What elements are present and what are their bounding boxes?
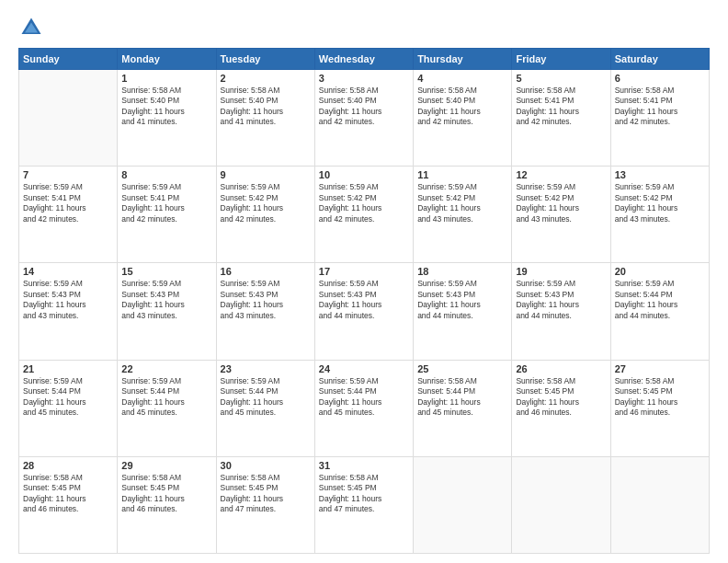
day-number: 17 [319, 266, 409, 277]
cell-info: Sunrise: 5:59 AM Sunset: 5:42 PM Dayligh… [615, 182, 705, 224]
cell-info: Sunrise: 5:59 AM Sunset: 5:41 PM Dayligh… [23, 182, 113, 224]
day-number: 15 [121, 266, 211, 277]
calendar-cell: 17Sunrise: 5:59 AM Sunset: 5:43 PM Dayli… [314, 263, 413, 360]
calendar-cell: 9Sunrise: 5:59 AM Sunset: 5:42 PM Daylig… [216, 167, 314, 263]
page: SundayMondayTuesdayWednesdayThursdayFrid… [0, 0, 728, 563]
day-number: 18 [417, 266, 507, 277]
weekday-header-saturday: Saturday [610, 49, 709, 70]
cell-info: Sunrise: 5:58 AM Sunset: 5:45 PM Dayligh… [615, 376, 705, 419]
calendar-cell [19, 70, 118, 167]
calendar-cell: 31Sunrise: 5:58 AM Sunset: 5:45 PM Dayli… [314, 456, 413, 553]
cell-info: Sunrise: 5:59 AM Sunset: 5:44 PM Dayligh… [23, 376, 113, 419]
cell-info: Sunrise: 5:59 AM Sunset: 5:41 PM Dayligh… [121, 182, 211, 224]
day-number: 19 [516, 266, 606, 277]
calendar-week-row: 7Sunrise: 5:59 AM Sunset: 5:41 PM Daylig… [19, 167, 710, 263]
day-number: 25 [417, 363, 507, 374]
calendar-cell: 14Sunrise: 5:59 AM Sunset: 5:43 PM Dayli… [19, 263, 118, 360]
cell-info: Sunrise: 5:58 AM Sunset: 5:40 PM Dayligh… [417, 86, 507, 128]
cell-info: Sunrise: 5:59 AM Sunset: 5:43 PM Dayligh… [417, 279, 507, 321]
day-number: 7 [23, 169, 113, 180]
weekday-header-monday: Monday [118, 49, 216, 70]
calendar-cell: 6Sunrise: 5:58 AM Sunset: 5:41 PM Daylig… [610, 70, 709, 167]
day-number: 21 [23, 363, 113, 374]
day-number: 27 [615, 363, 705, 374]
calendar-cell: 23Sunrise: 5:59 AM Sunset: 5:44 PM Dayli… [216, 360, 314, 456]
calendar-cell: 12Sunrise: 5:59 AM Sunset: 5:42 PM Dayli… [512, 167, 610, 263]
calendar-cell: 19Sunrise: 5:59 AM Sunset: 5:43 PM Dayli… [512, 263, 610, 360]
cell-info: Sunrise: 5:58 AM Sunset: 5:40 PM Dayligh… [121, 86, 211, 128]
calendar-cell: 25Sunrise: 5:58 AM Sunset: 5:44 PM Dayli… [414, 360, 512, 456]
calendar-week-row: 14Sunrise: 5:59 AM Sunset: 5:43 PM Dayli… [19, 263, 710, 360]
weekday-header-friday: Friday [512, 49, 610, 70]
cell-info: Sunrise: 5:59 AM Sunset: 5:43 PM Dayligh… [221, 279, 311, 321]
calendar-cell: 3Sunrise: 5:58 AM Sunset: 5:40 PM Daylig… [314, 70, 413, 167]
cell-info: Sunrise: 5:59 AM Sunset: 5:42 PM Dayligh… [319, 182, 409, 224]
calendar-cell: 10Sunrise: 5:59 AM Sunset: 5:42 PM Dayli… [314, 167, 413, 263]
cell-info: Sunrise: 5:58 AM Sunset: 5:40 PM Dayligh… [221, 86, 311, 128]
calendar-cell: 29Sunrise: 5:58 AM Sunset: 5:45 PM Dayli… [118, 456, 216, 553]
calendar-cell: 27Sunrise: 5:58 AM Sunset: 5:45 PM Dayli… [610, 360, 709, 456]
cell-info: Sunrise: 5:58 AM Sunset: 5:45 PM Dayligh… [221, 473, 311, 515]
cell-info: Sunrise: 5:58 AM Sunset: 5:40 PM Dayligh… [319, 86, 409, 128]
calendar-cell: 22Sunrise: 5:59 AM Sunset: 5:44 PM Dayli… [118, 360, 216, 456]
day-number: 16 [221, 266, 311, 277]
day-number: 28 [23, 460, 113, 471]
calendar-cell: 18Sunrise: 5:59 AM Sunset: 5:43 PM Dayli… [414, 263, 512, 360]
day-number: 26 [516, 363, 606, 374]
cell-info: Sunrise: 5:59 AM Sunset: 5:43 PM Dayligh… [23, 279, 113, 321]
weekday-header-tuesday: Tuesday [216, 49, 314, 70]
calendar-table: SundayMondayTuesdayWednesdayThursdayFrid… [18, 48, 710, 554]
day-number: 20 [615, 266, 705, 277]
cell-info: Sunrise: 5:59 AM Sunset: 5:43 PM Dayligh… [516, 279, 606, 321]
day-number: 14 [23, 266, 113, 277]
day-number: 13 [615, 169, 705, 180]
weekday-header-sunday: Sunday [19, 49, 118, 70]
cell-info: Sunrise: 5:59 AM Sunset: 5:44 PM Dayligh… [121, 376, 211, 419]
cell-info: Sunrise: 5:59 AM Sunset: 5:42 PM Dayligh… [221, 182, 311, 224]
calendar-week-row: 28Sunrise: 5:58 AM Sunset: 5:45 PM Dayli… [19, 456, 710, 553]
cell-info: Sunrise: 5:58 AM Sunset: 5:41 PM Dayligh… [615, 86, 705, 128]
weekday-header-row: SundayMondayTuesdayWednesdayThursdayFrid… [19, 49, 710, 70]
calendar-cell: 13Sunrise: 5:59 AM Sunset: 5:42 PM Dayli… [610, 167, 709, 263]
calendar-cell [512, 456, 610, 553]
weekday-header-thursday: Thursday [414, 49, 512, 70]
cell-info: Sunrise: 5:59 AM Sunset: 5:44 PM Dayligh… [319, 376, 409, 419]
day-number: 31 [319, 460, 409, 471]
cell-info: Sunrise: 5:58 AM Sunset: 5:44 PM Dayligh… [417, 376, 507, 419]
calendar-cell: 5Sunrise: 5:58 AM Sunset: 5:41 PM Daylig… [512, 70, 610, 167]
cell-info: Sunrise: 5:58 AM Sunset: 5:41 PM Dayligh… [516, 86, 606, 128]
weekday-header-wednesday: Wednesday [314, 49, 413, 70]
calendar-cell: 28Sunrise: 5:58 AM Sunset: 5:45 PM Dayli… [19, 456, 118, 553]
calendar-cell: 2Sunrise: 5:58 AM Sunset: 5:40 PM Daylig… [216, 70, 314, 167]
calendar-cell: 30Sunrise: 5:58 AM Sunset: 5:45 PM Dayli… [216, 456, 314, 553]
calendar-cell: 26Sunrise: 5:58 AM Sunset: 5:45 PM Dayli… [512, 360, 610, 456]
day-number: 5 [516, 73, 606, 84]
cell-info: Sunrise: 5:59 AM Sunset: 5:42 PM Dayligh… [516, 182, 606, 224]
calendar-cell: 24Sunrise: 5:59 AM Sunset: 5:44 PM Dayli… [314, 360, 413, 456]
day-number: 2 [221, 73, 311, 84]
day-number: 8 [121, 169, 211, 180]
cell-info: Sunrise: 5:58 AM Sunset: 5:45 PM Dayligh… [23, 473, 113, 515]
calendar-cell: 20Sunrise: 5:59 AM Sunset: 5:44 PM Dayli… [610, 263, 709, 360]
day-number: 4 [417, 73, 507, 84]
calendar-cell: 11Sunrise: 5:59 AM Sunset: 5:42 PM Dayli… [414, 167, 512, 263]
logo-icon [18, 15, 44, 40]
day-number: 11 [417, 169, 507, 180]
day-number: 30 [221, 460, 311, 471]
cell-info: Sunrise: 5:59 AM Sunset: 5:44 PM Dayligh… [221, 376, 311, 419]
cell-info: Sunrise: 5:58 AM Sunset: 5:45 PM Dayligh… [516, 376, 606, 419]
cell-info: Sunrise: 5:58 AM Sunset: 5:45 PM Dayligh… [121, 473, 211, 515]
day-number: 22 [121, 363, 211, 374]
calendar-cell: 4Sunrise: 5:58 AM Sunset: 5:40 PM Daylig… [414, 70, 512, 167]
day-number: 24 [319, 363, 409, 374]
day-number: 1 [121, 73, 211, 84]
cell-info: Sunrise: 5:58 AM Sunset: 5:45 PM Dayligh… [319, 473, 409, 515]
day-number: 23 [221, 363, 311, 374]
calendar-cell: 15Sunrise: 5:59 AM Sunset: 5:43 PM Dayli… [118, 263, 216, 360]
calendar-cell: 8Sunrise: 5:59 AM Sunset: 5:41 PM Daylig… [118, 167, 216, 263]
calendar-week-row: 21Sunrise: 5:59 AM Sunset: 5:44 PM Dayli… [19, 360, 710, 456]
day-number: 12 [516, 169, 606, 180]
day-number: 6 [615, 73, 705, 84]
calendar-cell [414, 456, 512, 553]
calendar-cell: 16Sunrise: 5:59 AM Sunset: 5:43 PM Dayli… [216, 263, 314, 360]
